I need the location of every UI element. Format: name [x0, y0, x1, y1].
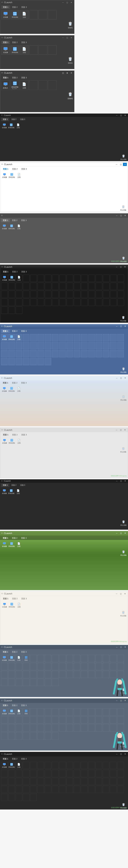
- minimize-button[interactable]: ─: [115, 532, 119, 535]
- minimize-button[interactable]: ─: [115, 266, 119, 269]
- empty-slot[interactable]: [88, 671, 95, 678]
- empty-slot[interactable]: [81, 342, 88, 349]
- maximize-button[interactable]: ◻: [65, 1, 69, 4]
- empty-slot[interactable]: [88, 172, 95, 179]
- empty-slot[interactable]: [1, 196, 8, 203]
- empty-slot[interactable]: [30, 786, 37, 793]
- tab-page-3[interactable]: 页面 3: [19, 76, 28, 80]
- empty-slot[interactable]: [37, 786, 44, 793]
- empty-slot[interactable]: [30, 770, 37, 777]
- empty-slot[interactable]: [88, 786, 95, 793]
- empty-slot[interactable]: [15, 130, 22, 137]
- empty-slot[interactable]: [112, 122, 118, 129]
- tab-page-2[interactable]: 页面 2: [10, 167, 19, 171]
- empty-slot[interactable]: [15, 342, 22, 349]
- empty-slot[interactable]: [110, 239, 117, 247]
- empty-slot[interactable]: [112, 137, 118, 145]
- empty-slot[interactable]: [23, 770, 30, 777]
- recycle-bin[interactable]: 停止设备: [120, 154, 127, 160]
- empty-slot[interactable]: [88, 655, 95, 662]
- empty-slot[interactable]: [81, 770, 88, 777]
- empty-slot[interactable]: [103, 786, 109, 793]
- empty-slot[interactable]: [8, 663, 15, 670]
- maximize-button[interactable]: ◻: [119, 532, 123, 535]
- empty-slot[interactable]: [1, 503, 8, 510]
- empty-slot[interactable]: [63, 130, 70, 137]
- empty-slot[interactable]: [67, 342, 73, 349]
- maximize-button[interactable]: ◻: [119, 376, 123, 380]
- empty-slot[interactable]: [70, 503, 77, 510]
- empty-slot[interactable]: [117, 350, 124, 357]
- empty-slot[interactable]: [67, 350, 73, 357]
- empty-slot[interactable]: [15, 350, 22, 357]
- tab-page-2[interactable]: 页面 2: [10, 5, 19, 9]
- empty-slot[interactable]: [1, 137, 8, 145]
- empty-slot[interactable]: [15, 732, 22, 740]
- titlebar[interactable]: CLaunch─◻✕: [0, 265, 128, 269]
- launcher-item-docs[interactable]: 文档: [20, 45, 29, 55]
- empty-slot[interactable]: [8, 299, 15, 306]
- empty-slot[interactable]: [118, 290, 124, 298]
- tab-page-1[interactable]: 页面 1: [1, 76, 10, 80]
- empty-slot[interactable]: [59, 724, 66, 732]
- empty-slot[interactable]: [49, 503, 56, 510]
- empty-slot[interactable]: [8, 188, 15, 195]
- empty-slot[interactable]: [52, 275, 59, 282]
- empty-slot[interactable]: [30, 342, 37, 349]
- empty-slot[interactable]: [74, 342, 80, 349]
- empty-slot[interactable]: [37, 350, 44, 357]
- empty-slot[interactable]: [8, 716, 15, 723]
- empty-slot[interactable]: [15, 679, 22, 686]
- empty-slot[interactable]: [112, 503, 118, 510]
- empty-slot[interactable]: [30, 196, 37, 203]
- empty-slot[interactable]: [110, 655, 117, 662]
- empty-slot[interactable]: [77, 122, 84, 129]
- empty-slot[interactable]: [56, 137, 63, 145]
- empty-slot[interactable]: [52, 732, 58, 740]
- empty-slot[interactable]: [110, 342, 117, 349]
- maximize-button[interactable]: ◻: [119, 266, 123, 269]
- tab-page-3[interactable]: 页面 3: [19, 597, 28, 600]
- empty-slot[interactable]: [88, 342, 95, 349]
- tab-page-2[interactable]: 页面 2: [10, 650, 19, 654]
- empty-slot[interactable]: [63, 503, 70, 510]
- empty-slot[interactable]: [67, 655, 73, 662]
- empty-slot[interactable]: [30, 334, 37, 341]
- launcher-item-control[interactable]: 所有控制: [8, 762, 15, 769]
- launcher-item-docs[interactable]: 文档: [20, 10, 29, 20]
- empty-slot[interactable]: [52, 762, 58, 769]
- empty-slot[interactable]: [81, 716, 88, 723]
- empty-slot[interactable]: [45, 180, 51, 187]
- empty-slot[interactable]: [45, 778, 51, 785]
- empty-slot[interactable]: [56, 488, 63, 495]
- empty-slot[interactable]: [95, 786, 102, 793]
- empty-slot[interactable]: [23, 794, 30, 801]
- empty-slot[interactable]: [119, 130, 125, 137]
- empty-slot[interactable]: [81, 239, 88, 247]
- empty-slot[interactable]: [91, 503, 97, 510]
- empty-slot[interactable]: [110, 724, 117, 732]
- empty-slot[interactable]: [29, 122, 35, 129]
- empty-slot[interactable]: [30, 299, 37, 306]
- empty-slot[interactable]: [45, 724, 51, 732]
- empty-slot[interactable]: [103, 275, 110, 282]
- maximize-button[interactable]: ◻: [119, 479, 123, 483]
- titlebar[interactable]: CLaunch─◻✕: [0, 645, 128, 649]
- empty-slot[interactable]: [74, 724, 80, 732]
- empty-slot[interactable]: [81, 172, 88, 179]
- empty-slot[interactable]: [110, 223, 117, 230]
- empty-slot[interactable]: [16, 180, 22, 187]
- launcher-item-docs[interactable]: 文档: [15, 334, 22, 341]
- titlebar[interactable]: CLaunch─◻✕: [0, 699, 128, 703]
- empty-slot[interactable]: [81, 762, 88, 769]
- empty-slot[interactable]: [39, 81, 47, 90]
- recycle-bin[interactable]: 回收站: [68, 92, 73, 99]
- empty-slot[interactable]: [8, 503, 14, 510]
- tab-page-3[interactable]: 页面 3: [19, 41, 28, 44]
- empty-slot[interactable]: [30, 794, 37, 801]
- empty-slot[interactable]: [70, 122, 77, 129]
- empty-slot[interactable]: [67, 172, 73, 179]
- empty-slot[interactable]: [15, 724, 22, 732]
- launcher-item-pc[interactable]: 此电脑: [1, 601, 8, 609]
- launcher-item-docs[interactable]: 文档: [15, 762, 22, 769]
